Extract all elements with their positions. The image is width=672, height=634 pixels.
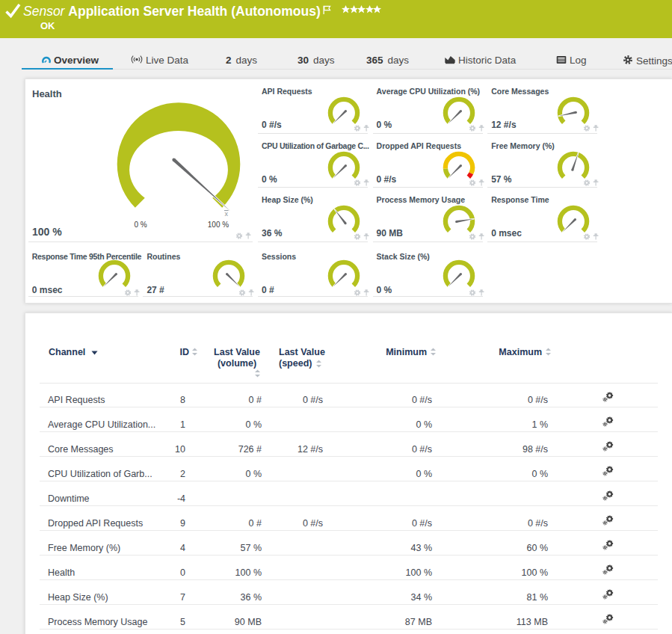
- svg-text:x: x: [225, 210, 229, 218]
